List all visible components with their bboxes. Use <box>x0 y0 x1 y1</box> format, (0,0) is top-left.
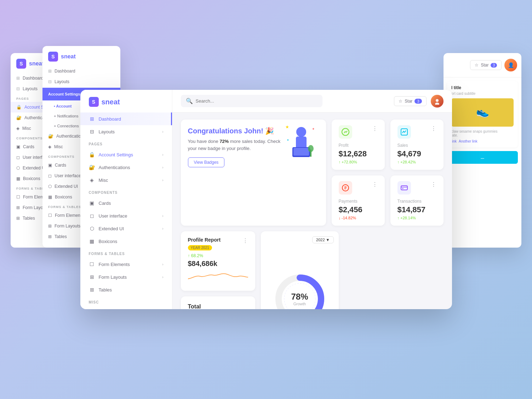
star-label: Star <box>405 99 412 104</box>
revenue-title: Total Revenue <box>188 303 217 309</box>
stat-card-payments: ⋮ Payments $2,456 ↓ -14.82% <box>332 175 385 226</box>
search-bar[interactable]: 🔍 <box>181 95 322 107</box>
svg-text:●: ● <box>287 138 289 141</box>
svg-point-0 <box>436 99 439 102</box>
back-mid-layouts: ⊟ Layouts <box>42 76 120 87</box>
view-badges-button[interactable]: View Badges <box>188 157 225 167</box>
account-settings-chevron: › <box>162 153 163 157</box>
profit-menu[interactable]: ⋮ <box>372 125 378 132</box>
main-window: S sneat ⊞ Dashboard ⊟ Layouts › PAGES 🔒 … <box>80 90 452 309</box>
right-card-1: l title ort card subtitle 👟 claw sesame … <box>447 81 518 148</box>
sidebar-item-layouts[interactable]: ⊟ Layouts › <box>80 125 172 138</box>
star-button[interactable]: ☆ Star 3 <box>394 96 426 106</box>
sidebar-logo-area: S sneat <box>80 90 172 112</box>
top-grid: Congratulations John! 🎉 You have done 72… <box>181 120 444 226</box>
navbar: 🔍 ☆ Star 3 <box>172 90 452 112</box>
profile-title: Profile Report <box>188 237 221 243</box>
ui-chevron: › <box>162 214 163 218</box>
donut-percent: 78% <box>291 292 308 302</box>
sidebar-item-misc[interactable]: ◈ Misc › <box>80 174 172 186</box>
sidebar-item-form-layouts[interactable]: ⊞ Form Layouts › <box>80 271 172 283</box>
revenue-card: Total Revenue 2021 2020 <box>181 296 255 309</box>
sidebar-item-support[interactable]: 🎧 Support <box>80 306 172 309</box>
sidebar-item-account-settings[interactable]: 🔒 Account Settings › <box>80 148 172 161</box>
sidebar: S sneat ⊞ Dashboard ⊟ Layouts › PAGES 🔒 … <box>80 90 172 309</box>
donut-growth-label: Growth <box>291 302 308 306</box>
svg-rect-5 <box>293 148 309 156</box>
profit-value: $12,628 <box>339 149 378 158</box>
avatar-image <box>434 98 441 105</box>
user-interface-icon: ◻ <box>89 213 95 219</box>
sidebar-label-misc: Misc <box>99 178 108 183</box>
illustration-svg: ★ ✦ ● <box>284 123 319 162</box>
section-pages: PAGES <box>80 138 172 148</box>
profit-icon <box>339 125 352 139</box>
right-card-link1[interactable]: link <box>451 139 457 143</box>
auth-chevron: › <box>162 166 163 169</box>
right-star-label: Star <box>481 63 488 68</box>
year-selector[interactable]: 2022 ▼ <box>312 236 333 243</box>
payments-value: $2,456 <box>339 205 378 214</box>
sidebar-item-boxicons[interactable]: ▦ Boxicons <box>80 235 172 248</box>
cards-icon: ▣ <box>89 200 95 206</box>
sidebar-item-tables[interactable]: ⊞ Tables <box>80 283 172 296</box>
payments-change: ↓ -14.82% <box>339 216 378 220</box>
dashboard-icon: ⊞ <box>89 116 95 122</box>
sidebar-label-cards: Cards <box>99 201 111 206</box>
sidebar-item-user-interface[interactable]: ◻ User interface › <box>80 209 172 222</box>
right-col: Profile Report ⋮ YEAR 2021 ↑ 68.2% $84,6… <box>181 231 255 291</box>
form-layouts-icon: ⊞ <box>89 274 95 280</box>
section-components: COMPONENTS <box>80 186 172 197</box>
layouts-icon: ⊟ <box>89 128 95 135</box>
section-misc: MISC <box>80 296 172 306</box>
donut-container: 78% Growth <box>271 271 328 310</box>
donut-label: 78% Growth <box>291 292 308 306</box>
profile-year-badge: YEAR 2021 <box>188 245 212 250</box>
user-avatar[interactable] <box>431 95 444 108</box>
right-card-subtitle: ort card subtitle <box>451 92 514 96</box>
sidebar-item-auth[interactable]: 🔐 Authentications › <box>80 161 172 174</box>
tables-icon: ⊞ <box>89 287 95 293</box>
section-forms: FORMS & TABLES <box>80 248 172 258</box>
growth-card: 2022 ▼ 78% Growth <box>261 231 339 309</box>
payments-label: Payments <box>339 199 378 204</box>
sidebar-label-tables: Tables <box>99 287 112 293</box>
svg-point-15 <box>402 188 403 189</box>
payments-menu[interactable]: ⋮ <box>372 181 378 188</box>
profile-change: ↑ 68.2% <box>188 253 248 258</box>
right-card-image: 👟 <box>451 98 514 127</box>
sidebar-label-boxicons: Boxicons <box>99 239 118 244</box>
sidebar-item-extended-ui[interactable]: ⬡ Extended UI › <box>80 222 172 235</box>
star-count: 3 <box>414 99 422 104</box>
profit-change: ↑ +72.80% <box>339 160 378 164</box>
profile-value: $84,686k <box>188 260 248 268</box>
congrats-card: Congratulations John! 🎉 You have done 72… <box>181 120 326 226</box>
sales-menu[interactable]: ⋮ <box>431 125 436 132</box>
main-content-area: 🔍 ☆ Star 3 <box>172 90 452 309</box>
boxicons-icon: ▦ <box>89 238 95 244</box>
right-star-count: 3 <box>491 63 497 68</box>
svg-point-1 <box>435 103 439 105</box>
congrats-text: You have done 72% more sales today. Chec… <box>188 138 287 152</box>
right-teal-button[interactable]: ... <box>447 151 518 164</box>
right-card-link2[interactable]: Another link <box>459 139 477 143</box>
sales-value: $4,679 <box>397 149 436 158</box>
sales-chart-icon <box>400 128 408 136</box>
sidebar-item-cards[interactable]: ▣ Cards <box>80 197 172 209</box>
extended-ui-icon: ⬡ <box>89 225 95 232</box>
profile-menu[interactable]: ⋮ <box>242 237 248 244</box>
transactions-label: Transactions <box>397 199 436 204</box>
search-input[interactable] <box>196 98 318 104</box>
transactions-value: $14,857 <box>397 205 436 214</box>
congrats-illustration: ★ ✦ ● <box>284 123 319 162</box>
stat-card-transactions: ⋮ Transactions $14,857 ↑ +28.14% <box>390 175 444 226</box>
sidebar-label-auth: Authentications <box>99 165 130 170</box>
logo-icon: S <box>89 97 99 107</box>
sidebar-item-form-elements[interactable]: ☐ Form Elements › <box>80 258 172 271</box>
transactions-change: ↑ +28.14% <box>397 216 436 220</box>
back-mid-logo: S sneat <box>42 46 120 66</box>
back-mid-logo-text: sneat <box>61 53 76 60</box>
sidebar-item-dashboard[interactable]: ⊞ Dashboard <box>80 112 172 125</box>
transactions-menu[interactable]: ⋮ <box>431 181 436 188</box>
sales-label: Sales <box>397 143 436 148</box>
